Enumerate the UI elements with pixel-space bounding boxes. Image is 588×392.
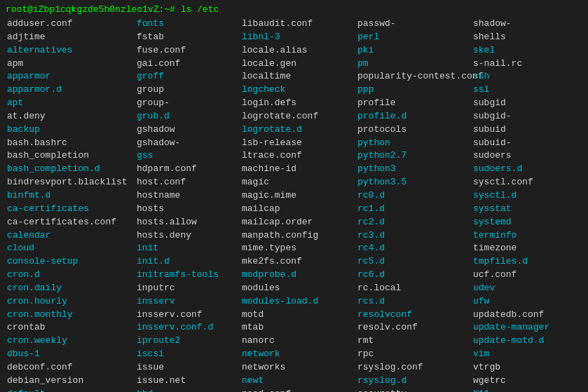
- list-item: apparmor.d: [6, 83, 135, 97]
- list-item: gshadow: [135, 123, 240, 137]
- list-item: python3.5: [356, 176, 472, 189]
- list-item: sudoers.d: [472, 163, 588, 176]
- list-item: rcs.d: [356, 295, 472, 309]
- file-column-3: passwd-perlpkipmpopularity-contest.confp…: [356, 18, 472, 392]
- list-item: rpc: [356, 348, 472, 361]
- list-item: mtab: [240, 321, 356, 334]
- list-item: pki: [356, 44, 472, 58]
- list-item: hostname: [135, 189, 240, 203]
- list-item: subuid-: [472, 137, 588, 150]
- list-item: debian_version: [6, 374, 135, 388]
- list-item: ssh: [472, 70, 588, 83]
- file-column-0: adduser.confadjtimealternativesapmapparm…: [6, 18, 135, 392]
- list-item: modprobe.d: [240, 269, 356, 282]
- list-item: rc1.d: [356, 203, 472, 216]
- list-item: python3: [356, 163, 472, 176]
- list-item: insserv.conf: [135, 309, 240, 322]
- list-item: bash_completion.d: [6, 163, 135, 176]
- list-item: fstab: [135, 31, 240, 44]
- list-item: motd: [240, 309, 356, 322]
- list-item: cron.hourly: [6, 295, 135, 309]
- list-item: insserv: [135, 295, 240, 309]
- prompt-line: root@iZbp1cqkgzde5h0nzleo1vZ:~# ls /etc: [6, 4, 582, 15]
- list-item: host.conf: [135, 176, 240, 189]
- list-item: console-setup: [6, 255, 135, 269]
- list-item: iproute2: [135, 334, 240, 348]
- list-item: cron.daily: [6, 282, 135, 295]
- list-item: mailcap.order: [240, 216, 356, 229]
- list-item: debconf.conf: [6, 361, 135, 374]
- list-item: gai.conf: [135, 58, 240, 71]
- list-item: nanorc: [240, 334, 356, 348]
- file-listing: adduser.confadjtimealternativesapmapparm…: [6, 18, 582, 392]
- list-item: calendar: [6, 229, 135, 243]
- list-item: rc3.d: [356, 229, 472, 243]
- list-item: crontab: [6, 321, 135, 334]
- list-item: adduser.conf: [6, 18, 135, 31]
- list-item: newt: [240, 374, 356, 388]
- list-item: ucf.conf: [472, 269, 588, 282]
- list-item: passwd-: [356, 18, 472, 31]
- list-item: nscd.conf: [240, 388, 356, 392]
- list-item: iscsi: [135, 348, 240, 361]
- list-item: hosts.allow: [135, 216, 240, 229]
- list-item: inputrc: [135, 282, 240, 295]
- list-item: ssl: [472, 83, 588, 97]
- list-item: subuid: [472, 123, 588, 137]
- list-item: rc2.d: [356, 216, 472, 229]
- list-item: modules: [240, 282, 356, 295]
- list-item: tmpfiles.d: [472, 255, 588, 269]
- list-item: profile.d: [356, 110, 472, 123]
- list-item: networks: [240, 361, 356, 374]
- list-item: rc4.d: [356, 242, 472, 255]
- list-item: at.deny: [6, 110, 135, 123]
- list-item: logrotate.d: [240, 123, 356, 137]
- list-item: binfmt.d: [6, 189, 135, 203]
- list-item: default: [6, 388, 135, 392]
- list-item: init.d: [135, 255, 240, 269]
- list-item: gss: [135, 149, 240, 163]
- list-item: rsyslog.d: [356, 374, 472, 388]
- list-item: logrotate.conf: [240, 110, 356, 123]
- file-column-2: libaudit.conflibnl-3locale.aliaslocale.g…: [240, 18, 356, 392]
- list-item: ppp: [356, 83, 472, 97]
- list-item: hosts: [135, 203, 240, 216]
- list-item: cron.d: [6, 269, 135, 282]
- list-item: wgetrc: [472, 374, 588, 388]
- list-item: cloud: [6, 242, 135, 255]
- list-item: apm: [6, 58, 135, 71]
- list-item: mime.types: [240, 242, 356, 255]
- list-item: groff: [135, 70, 240, 83]
- list-item: fuse.conf: [135, 44, 240, 58]
- list-item: login.defs: [240, 97, 356, 110]
- list-item: subgid-: [472, 110, 588, 123]
- list-item: ufw: [472, 295, 588, 309]
- list-item: cron.weekly: [6, 334, 135, 348]
- list-item: backup: [6, 123, 135, 137]
- terminal-window: root@iZbp1cqkgzde5h0nzleo1vZ:~# ls /etc …: [0, 0, 588, 392]
- list-item: init: [135, 242, 240, 255]
- list-item: locale.gen: [240, 58, 356, 71]
- list-item: mke2fs.conf: [240, 255, 356, 269]
- list-item: locale.alias: [240, 44, 356, 58]
- list-item: adjtime: [6, 31, 135, 44]
- list-item: update-manager: [472, 321, 588, 334]
- file-column-1: fontsfstabfuse.confgai.confgroffgroupgro…: [135, 18, 240, 392]
- list-item: group-: [135, 97, 240, 110]
- list-item: initramfs-tools: [135, 269, 240, 282]
- list-item: network: [240, 348, 356, 361]
- list-item: securetty: [356, 388, 472, 392]
- list-item: pm: [356, 58, 472, 71]
- list-item: protocols: [356, 123, 472, 137]
- list-item: vim: [472, 348, 588, 361]
- list-item: alternatives: [6, 44, 135, 58]
- list-item: sudoers: [472, 149, 588, 163]
- list-item: localtime: [240, 70, 356, 83]
- list-item: shells: [472, 31, 588, 44]
- list-item: terminfo: [472, 229, 588, 243]
- list-item: lsb-release: [240, 137, 356, 150]
- list-item: rc.local: [356, 282, 472, 295]
- list-item: skel: [472, 44, 588, 58]
- list-item: udev: [472, 282, 588, 295]
- list-item: python2.7: [356, 149, 472, 163]
